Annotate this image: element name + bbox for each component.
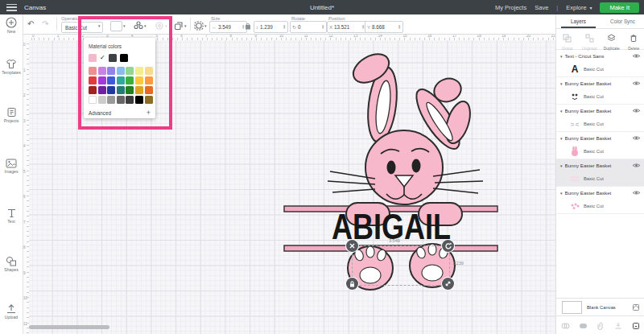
arrange-dropdown[interactable]: ▾ xyxy=(174,20,187,31)
layer-row-basic-cut[interactable]: Basic Cut xyxy=(556,89,644,105)
eye-icon[interactable] xyxy=(632,135,641,141)
caret-icon[interactable]: ▾ xyxy=(560,191,563,196)
position-x-field[interactable]: X ▲▼ xyxy=(327,21,367,33)
horizontal-scrollbar[interactable] xyxy=(29,325,109,329)
add-color-button[interactable]: + xyxy=(147,109,151,117)
operation-dropdown[interactable]: Basic Cut xyxy=(61,22,103,33)
advanced-link[interactable]: Advanced xyxy=(89,110,111,116)
layer-row-basic-cut[interactable]: Basic Cut xyxy=(556,117,644,132)
rotate-input[interactable] xyxy=(298,24,320,30)
sidebar-item-shapes[interactable]: Shapes xyxy=(0,256,23,272)
palette-swatch[interactable] xyxy=(135,67,143,75)
caret-icon[interactable]: ▾ xyxy=(560,54,563,59)
palette-swatch[interactable] xyxy=(107,76,115,85)
palette-swatch[interactable] xyxy=(126,67,134,75)
delete-button[interactable]: Delete xyxy=(623,29,644,49)
palette-swatch[interactable] xyxy=(89,96,97,104)
sidebar-item-images[interactable]: Images xyxy=(0,159,23,174)
duplicate-button[interactable]: Duplicate xyxy=(601,29,623,49)
palette-swatch[interactable] xyxy=(126,96,134,104)
undo-button[interactable]: ↶ xyxy=(27,19,34,28)
palette-swatch[interactable] xyxy=(135,76,143,85)
color-swatch-dropdown[interactable]: ▾ xyxy=(110,20,126,31)
pattern-dropdown[interactable]: ▾ xyxy=(134,20,147,31)
lock-handle[interactable] xyxy=(346,278,358,290)
eye-icon[interactable] xyxy=(632,190,641,196)
layer-group-bunny[interactable]: ▾ Bunny Easter Basket Basic Cut xyxy=(556,132,644,159)
caret-icon[interactable]: ▾ xyxy=(560,136,563,141)
palette-swatch[interactable] xyxy=(98,86,106,94)
palette-swatch[interactable] xyxy=(98,67,106,75)
height-input[interactable] xyxy=(260,24,281,30)
layer-row-basic-cut[interactable]: Basic Cut xyxy=(556,199,644,214)
hamburger-menu-icon[interactable] xyxy=(6,4,17,11)
sidebar-item-templates[interactable]: Templates xyxy=(0,59,23,75)
sidebar-item-new[interactable]: New xyxy=(0,17,23,34)
eye-icon[interactable] xyxy=(632,53,641,59)
palette-swatch[interactable] xyxy=(89,67,97,75)
palette-swatch[interactable] xyxy=(107,86,115,94)
height-stepper[interactable]: ▲▼ xyxy=(283,25,286,30)
palette-swatch[interactable] xyxy=(107,67,115,75)
palette-swatch[interactable] xyxy=(117,86,125,94)
palette-swatch[interactable] xyxy=(98,96,106,104)
palette-swatch[interactable] xyxy=(135,96,143,104)
layer-group-bunny[interactable]: ▾ Bunny Easter Basket Basic Cut xyxy=(556,105,644,132)
rotate-stepper[interactable]: ▲▼ xyxy=(321,25,324,30)
width-input[interactable] xyxy=(218,24,240,30)
layer-row-basic-cut[interactable]: Basic Cut xyxy=(556,171,644,187)
operation-caret-icon[interactable]: ▾ xyxy=(98,23,101,28)
palette-swatch[interactable] xyxy=(135,86,143,94)
palette-swatch[interactable] xyxy=(98,76,106,85)
palette-swatch[interactable] xyxy=(117,67,125,75)
tab-layers[interactable]: Layers xyxy=(556,14,601,28)
offset-dropdown[interactable]: ▾ xyxy=(194,20,207,31)
layer-group-bunny[interactable]: ▾ Bunny Easter Basket Basic Cut xyxy=(556,187,644,214)
palette-swatch[interactable] xyxy=(126,76,134,85)
make-it-button[interactable]: Make It xyxy=(600,2,639,13)
layer-row-basic-cut[interactable]: Basic Cut xyxy=(556,144,644,159)
current-color-swatch[interactable] xyxy=(120,54,128,62)
size-height-field[interactable]: ↕ ▲▼ xyxy=(254,21,288,33)
sidebar-item-upload[interactable]: Upload xyxy=(0,303,23,320)
palette-swatch[interactable] xyxy=(117,76,125,85)
palette-swatch[interactable] xyxy=(107,96,115,104)
position-y-input[interactable] xyxy=(372,24,396,30)
palette-swatch[interactable] xyxy=(145,86,153,94)
tab-color-sync[interactable]: Color Sync xyxy=(601,14,644,28)
blank-canvas-swatch[interactable] xyxy=(562,301,582,314)
position-y-stepper[interactable]: ▲▼ xyxy=(398,25,401,30)
eye-icon[interactable] xyxy=(632,80,641,86)
palette-swatch[interactable] xyxy=(145,96,153,104)
contour-button[interactable]: Contour xyxy=(627,316,644,334)
delete-handle[interactable] xyxy=(346,240,358,252)
current-color-swatch[interactable] xyxy=(89,54,97,62)
palette-swatch[interactable] xyxy=(145,76,153,85)
caret-icon[interactable]: ▾ xyxy=(560,81,563,86)
palette-swatch[interactable] xyxy=(89,86,97,94)
current-color-swatch[interactable] xyxy=(109,54,117,62)
layer-group-bunny-selected[interactable]: ▾ Bunny Easter Basket Basic Cut xyxy=(556,159,644,187)
rotate-handle[interactable] xyxy=(442,240,454,252)
canvas-settings-icon[interactable] xyxy=(632,303,640,311)
explore-menu[interactable]: Explore ▾ xyxy=(566,4,592,11)
save-link[interactable]: Save xyxy=(535,4,548,11)
palette-swatch[interactable] xyxy=(145,67,153,75)
caret-icon[interactable]: ▾ xyxy=(560,163,563,168)
position-x-input[interactable] xyxy=(334,24,360,30)
caret-icon[interactable]: ▾ xyxy=(560,109,563,113)
sidebar-item-text[interactable]: Text xyxy=(0,208,23,224)
eye-icon[interactable] xyxy=(632,163,641,168)
sidebar-item-projects[interactable]: Projects xyxy=(0,107,23,123)
palette-swatch[interactable] xyxy=(89,76,97,85)
lock-aspect-icon[interactable] xyxy=(245,22,251,31)
layer-row-basic-cut[interactable]: A Basic Cut xyxy=(556,62,644,77)
resize-handle[interactable] xyxy=(442,278,454,290)
selected-color-check[interactable]: ✓ xyxy=(100,54,105,62)
size-width-field[interactable]: ↔ ▲▼ xyxy=(209,21,247,33)
palette-swatch[interactable] xyxy=(126,86,134,94)
palette-swatch[interactable] xyxy=(117,96,125,104)
selection-box[interactable] xyxy=(352,245,450,286)
position-y-field[interactable]: Y ▲▼ xyxy=(365,21,403,33)
rotate-field[interactable]: ↻ ▲▼ xyxy=(290,21,327,33)
